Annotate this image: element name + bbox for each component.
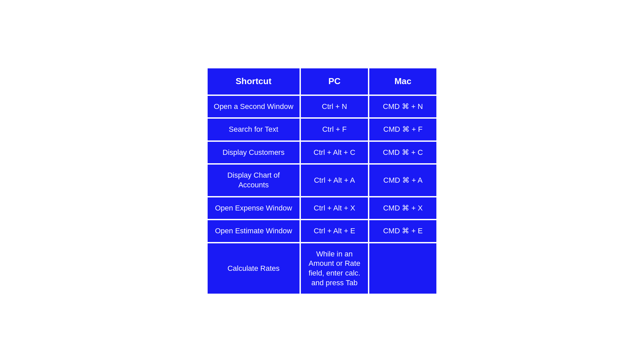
table-row: Display CustomersCtrl + Alt + CCMD ⌘ + C (208, 142, 436, 164)
header-pc: PC (301, 68, 368, 95)
table-row: Open Estimate WindowCtrl + Alt + ECMD ⌘ … (208, 220, 436, 242)
cell-shortcut: Open a Second Window (208, 96, 300, 118)
table-row: Display Chart of AccountsCtrl + Alt + AC… (208, 165, 436, 196)
cell-pc: Ctrl + F (301, 119, 368, 140)
cell-pc: Ctrl + Alt + A (301, 165, 368, 196)
cell-shortcut: Display Chart of Accounts (208, 165, 300, 196)
cell-pc: Ctrl + N (301, 96, 368, 118)
header-shortcut: Shortcut (208, 68, 300, 95)
table-row: Open Expense WindowCtrl + Alt + XCMD ⌘ +… (208, 197, 436, 219)
cell-mac: CMD ⌘ + F (369, 119, 436, 140)
cell-shortcut: Search for Text (208, 119, 300, 140)
cell-shortcut: Display Customers (208, 142, 300, 164)
header-mac: Mac (369, 68, 436, 95)
cell-mac: CMD ⌘ + X (369, 197, 436, 219)
cell-mac: CMD ⌘ + A (369, 165, 436, 196)
table-row: Calculate RatesWhile in an Amount or Rat… (208, 243, 436, 294)
cell-shortcut: Open Estimate Window (208, 220, 300, 242)
table-row: Search for TextCtrl + FCMD ⌘ + F (208, 119, 436, 140)
table-header-row: Shortcut PC Mac (208, 68, 436, 95)
cell-pc: Ctrl + Alt + X (301, 197, 368, 219)
table-row: Open a Second WindowCtrl + NCMD ⌘ + N (208, 96, 436, 118)
cell-mac (369, 243, 436, 294)
cell-mac: CMD ⌘ + N (369, 96, 436, 118)
cell-pc: While in an Amount or Rate field, enter … (301, 243, 368, 294)
cell-mac: CMD ⌘ + C (369, 142, 436, 164)
shortcuts-table: Shortcut PC Mac Open a Second WindowCtrl… (206, 67, 438, 295)
cell-mac: CMD ⌘ + E (369, 220, 436, 242)
cell-pc: Ctrl + Alt + E (301, 220, 368, 242)
table-container: Shortcut PC Mac Open a Second WindowCtrl… (206, 67, 438, 295)
cell-shortcut: Calculate Rates (208, 243, 300, 294)
cell-pc: Ctrl + Alt + C (301, 142, 368, 164)
cell-shortcut: Open Expense Window (208, 197, 300, 219)
